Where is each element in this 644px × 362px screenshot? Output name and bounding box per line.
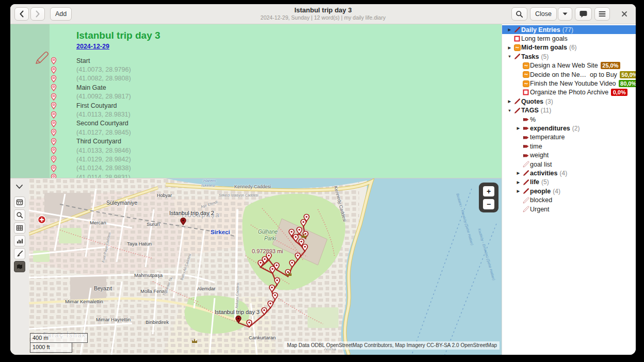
entry-location-row[interactable]: First Coutyard bbox=[51, 101, 131, 110]
entry-location-row[interactable]: (41.0133, 28.9846) bbox=[51, 146, 131, 155]
map-attribution: Map Data ODBL OpenStreetMap Contributors… bbox=[284, 341, 500, 350]
expander-right-icon[interactable]: ▶ bbox=[515, 189, 522, 193]
close-menu-arrow-button[interactable] bbox=[558, 7, 572, 21]
tree-item-time[interactable]: time bbox=[502, 142, 636, 151]
wave-icon: ~ bbox=[522, 62, 530, 69]
zoom-out-button[interactable]: − bbox=[483, 199, 494, 209]
entry-location-row[interactable]: (41.0113, 28.9831) bbox=[51, 110, 131, 119]
entry-location-row[interactable]: (41.0073, 28.9796) bbox=[51, 65, 131, 74]
add-button[interactable]: Add bbox=[50, 7, 72, 21]
tree-item-finish-the-new-youtube-video[interactable]: ~Finish the New Youtube Video80,0% bbox=[502, 79, 636, 88]
tree-item-organize-the-photo-archive[interactable]: Organize the Photo Archive0,0% bbox=[502, 88, 636, 97]
entry-location-row[interactable]: (41.0127, 28.9845) bbox=[51, 128, 131, 137]
entry-location-row[interactable]: (41.0129, 28.9842) bbox=[51, 155, 131, 163]
collapse-panel-button[interactable] bbox=[15, 182, 23, 191]
pencil-icon bbox=[513, 107, 521, 114]
search-tool-button[interactable] bbox=[14, 209, 25, 221]
tree-item-blocked[interactable]: blocked bbox=[502, 195, 636, 204]
tree-item-label: time bbox=[530, 143, 542, 150]
tree-item-label: people bbox=[530, 188, 551, 195]
expander-right-icon[interactable]: ▶ bbox=[506, 45, 513, 50]
tag-icon bbox=[522, 134, 530, 141]
item-count: (6) bbox=[569, 44, 577, 51]
forward-button[interactable] bbox=[30, 7, 45, 21]
entry-location-row[interactable]: (41.0092, 28.9817) bbox=[51, 92, 131, 101]
tree-item-tags[interactable]: ▼TAGS(11) bbox=[502, 106, 636, 115]
entry-location-row[interactable]: (41.0082, 28.9808) bbox=[51, 74, 131, 83]
tree-item-activities[interactable]: ▶activities(4) bbox=[502, 169, 636, 177]
table-tool-button[interactable] bbox=[14, 222, 25, 234]
close-icon bbox=[621, 11, 627, 17]
map-zoom-control: + − bbox=[479, 183, 498, 212]
expander-right-icon[interactable]: ▶ bbox=[506, 99, 513, 104]
entry-date-link[interactable]: 2024-12-29 bbox=[76, 42, 160, 51]
wave-icon: ~ bbox=[522, 80, 530, 87]
edit-pencil-icon bbox=[34, 50, 50, 68]
pencil-icon bbox=[522, 188, 530, 194]
close-entry-button[interactable]: Close bbox=[530, 7, 557, 21]
sidebar-tree: ▶Daily Entries(77)Long term goals▶~Mid-t… bbox=[502, 24, 636, 355]
tree-item-label: expenditures bbox=[530, 125, 570, 132]
tree-item-urgent[interactable]: Urgent bbox=[502, 205, 636, 213]
tree-item-label: Design a New Web Site bbox=[530, 62, 598, 69]
zoom-in-button[interactable]: + bbox=[483, 186, 494, 196]
expander-down-icon[interactable]: ▼ bbox=[506, 108, 513, 113]
entry-location-row[interactable]: Third Courtyard bbox=[51, 137, 131, 146]
entry-location-row[interactable]: Main Gate bbox=[51, 83, 131, 92]
back-button[interactable] bbox=[14, 7, 29, 21]
menu-button[interactable] bbox=[594, 7, 610, 21]
tree-item-quotes[interactable]: ▶Quotes(3) bbox=[502, 97, 636, 106]
wave-icon: ~ bbox=[522, 71, 530, 78]
progress-badge: 80,0% bbox=[619, 80, 636, 87]
expander-right-icon[interactable]: ▶ bbox=[506, 27, 513, 32]
tree-item-life[interactable]: ▶life(5) bbox=[502, 178, 636, 187]
tree-item-mid-term-goals[interactable]: ▶~Mid-term goals(6) bbox=[502, 43, 636, 52]
map-canvas[interactable]: HocapaşaSaraç İshakHaremİskelesiKennedy … bbox=[29, 178, 502, 355]
entry-location-row[interactable]: Second Courtyard bbox=[51, 119, 131, 128]
theme-tool-button[interactable] bbox=[14, 248, 25, 259]
entry-location-row[interactable]: (41.0124, 28.9838) bbox=[51, 164, 131, 173]
item-count: (2) bbox=[572, 125, 580, 132]
tree-item-long-term-goals[interactable]: Long term goals bbox=[502, 34, 636, 43]
expander-down-icon[interactable]: ▼ bbox=[506, 54, 513, 59]
pencil-outline-icon bbox=[522, 206, 530, 212]
map-tool-button[interactable] bbox=[14, 261, 25, 272]
tree-item-weight[interactable]: weight bbox=[502, 151, 636, 159]
window-close-button[interactable] bbox=[617, 7, 632, 21]
calendar-tool-button[interactable] bbox=[14, 196, 25, 208]
map-icon bbox=[16, 263, 23, 270]
comment-button[interactable] bbox=[575, 7, 592, 21]
item-count: (4) bbox=[560, 170, 568, 177]
panel-toolbar bbox=[10, 178, 29, 355]
tree-item-tasks[interactable]: ▼Tasks(5) bbox=[502, 52, 636, 61]
chart-tool-button[interactable] bbox=[14, 235, 25, 246]
tree-item-expenditures[interactable]: ▶expenditures(2) bbox=[502, 124, 636, 133]
item-count: (3) bbox=[545, 98, 553, 105]
expander-right-icon[interactable]: ▶ bbox=[515, 171, 522, 175]
pencil-icon bbox=[513, 26, 521, 33]
expander-right-icon[interactable]: ▶ bbox=[515, 126, 522, 130]
entry-location-row[interactable]: (41.0114, 28.9831) bbox=[51, 173, 131, 178]
tree-item-label: % bbox=[530, 116, 536, 123]
svg-text:~: ~ bbox=[524, 62, 528, 69]
expander-right-icon[interactable]: ▶ bbox=[515, 180, 522, 185]
search-button[interactable] bbox=[511, 7, 527, 21]
pencil-icon bbox=[513, 53, 521, 60]
tree-item-goal-list[interactable]: goal list bbox=[502, 160, 636, 169]
tree-item-decide-on-the-ne-op-to-buy[interactable]: ~Decide on the Ne… op to Buy50,0% bbox=[502, 70, 636, 79]
tree-item-daily-entries[interactable]: ▶Daily Entries(77) bbox=[502, 25, 636, 34]
tree-item-[interactable]: % bbox=[502, 115, 636, 124]
svg-text:~: ~ bbox=[524, 80, 528, 87]
search-icon bbox=[516, 10, 523, 18]
pencil-icon bbox=[522, 179, 530, 186]
entry-title: Istanbul trip day 3 bbox=[76, 29, 160, 42]
tree-item-label: goal list bbox=[530, 161, 552, 168]
tree-item-temperature[interactable]: temperature bbox=[502, 133, 636, 142]
entry-location-row[interactable]: Start bbox=[51, 56, 131, 65]
tree-item-design-a-new-web-site[interactable]: ~Design a New Web Site25,0% bbox=[502, 61, 636, 70]
tree-item-label: Long term goals bbox=[521, 35, 568, 42]
entry-editor[interactable]: Istanbul trip day 3 2024-12-29 Start(41.… bbox=[10, 24, 502, 178]
scale-imperial: 1000 ft bbox=[30, 343, 72, 353]
svg-text:~: ~ bbox=[524, 71, 528, 77]
tree-item-people[interactable]: ▶people(4) bbox=[502, 187, 636, 195]
